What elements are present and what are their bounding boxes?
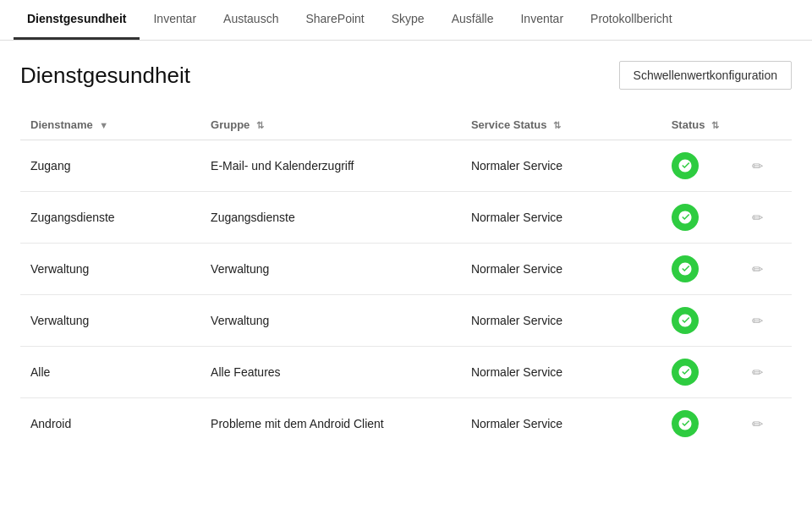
cell-gruppe: Zugangsdienste xyxy=(200,192,461,244)
col-header-dienstname[interactable]: Dienstname ▼ xyxy=(20,110,200,140)
nav-tab-inventar[interactable]: Inventar xyxy=(507,0,577,40)
col-header-action xyxy=(742,110,792,140)
status-green-icon xyxy=(672,204,699,231)
page-header: Dienstgesundheit Schwellenwertkonfigurat… xyxy=(20,61,792,90)
col-header-gruppe[interactable]: Gruppe ⇅ xyxy=(200,110,461,140)
cell-status-icon xyxy=(661,140,742,192)
edit-icon[interactable]: ✏ xyxy=(752,211,763,225)
col-header-service-status[interactable]: Service Status ⇅ xyxy=(461,110,661,140)
edit-icon[interactable]: ✏ xyxy=(752,314,763,328)
cell-dienstname: Alle xyxy=(20,347,200,398)
status-green-icon xyxy=(672,152,699,179)
status-green-icon xyxy=(672,410,699,437)
cell-dienstname: Zugangsdienste xyxy=(20,192,200,244)
status-green-icon xyxy=(672,359,699,386)
cell-gruppe: Verwaltung xyxy=(200,244,461,295)
cell-service-status: Normaler Service xyxy=(461,244,661,295)
sort-icon-service-status: ⇅ xyxy=(553,120,561,131)
nav-tab-sharepoint[interactable]: SharePoint xyxy=(292,0,377,40)
table-row: VerwaltungVerwaltungNormaler Service ✏ xyxy=(20,244,792,295)
cell-service-status: Normaler Service xyxy=(461,295,661,347)
table-row: AndroidProbleme mit dem Android ClientNo… xyxy=(20,398,792,450)
sort-icon-gruppe: ⇅ xyxy=(256,120,264,131)
page-title: Dienstgesundheit xyxy=(20,63,190,89)
cell-edit-action[interactable]: ✏ xyxy=(742,347,792,398)
cell-status-icon xyxy=(661,295,742,347)
status-green-icon xyxy=(672,307,699,334)
sort-icon-status: ⇅ xyxy=(711,120,719,131)
cell-status-icon xyxy=(661,347,742,398)
status-green-icon xyxy=(672,255,699,282)
cell-service-status: Normaler Service xyxy=(461,398,661,450)
cell-dienstname: Zugang xyxy=(20,140,200,192)
nav-tab-dienstgesundheit[interactable]: Dienstgesundheit xyxy=(14,0,140,40)
cell-service-status: Normaler Service xyxy=(461,140,661,192)
cell-edit-action[interactable]: ✏ xyxy=(742,140,792,192)
table-row: ZugangE-Mail- und KalenderzugriffNormale… xyxy=(20,140,792,192)
cell-service-status: Normaler Service xyxy=(461,347,661,398)
edit-icon[interactable]: ✏ xyxy=(752,262,763,277)
cell-status-icon xyxy=(661,244,742,295)
cell-gruppe: Alle Features xyxy=(200,347,461,398)
cell-dienstname: Verwaltung xyxy=(20,295,200,347)
sort-icon-dienstname: ▼ xyxy=(99,120,108,130)
table-row: VerwaltungVerwaltungNormaler Service ✏ xyxy=(20,295,792,347)
edit-icon[interactable]: ✏ xyxy=(752,159,763,173)
cell-dienstname: Verwaltung xyxy=(20,244,200,295)
page-content: Dienstgesundheit Schwellenwertkonfigurat… xyxy=(0,41,812,449)
cell-status-icon xyxy=(661,192,742,244)
edit-icon[interactable]: ✏ xyxy=(752,365,763,380)
data-table: Dienstname ▼ Gruppe ⇅ Service Status ⇅ S… xyxy=(20,110,792,449)
col-header-status[interactable]: Status ⇅ xyxy=(661,110,742,140)
cell-edit-action[interactable]: ✏ xyxy=(742,398,792,450)
table-row: ZugangsdiensteZugangsdiensteNormaler Ser… xyxy=(20,192,792,244)
threshold-button[interactable]: Schwellenwertkonfiguration xyxy=(619,61,792,90)
cell-edit-action[interactable]: ✏ xyxy=(742,295,792,347)
table-body: ZugangE-Mail- und KalenderzugriffNormale… xyxy=(20,140,792,450)
nav-tab-inventar[interactable]: Inventar xyxy=(140,0,210,40)
nav-tab-austausch[interactable]: Austausch xyxy=(210,0,292,40)
cell-dienstname: Android xyxy=(20,398,200,450)
nav-tab-protokollbericht[interactable]: Protokollbericht xyxy=(577,0,686,40)
table-row: AlleAlle FeaturesNormaler Service ✏ xyxy=(20,347,792,398)
nav-tab-ausfälle[interactable]: Ausfälle xyxy=(438,0,508,40)
cell-gruppe: Probleme mit dem Android Client xyxy=(200,398,461,450)
cell-edit-action[interactable]: ✏ xyxy=(742,244,792,295)
nav-bar: DienstgesundheitInventarAustauschSharePo… xyxy=(0,0,812,41)
cell-gruppe: Verwaltung xyxy=(200,295,461,347)
nav-tab-skype[interactable]: Skype xyxy=(378,0,438,40)
cell-service-status: Normaler Service xyxy=(461,192,661,244)
cell-gruppe: E-Mail- und Kalenderzugriff xyxy=(200,140,461,192)
cell-edit-action[interactable]: ✏ xyxy=(742,192,792,244)
cell-status-icon xyxy=(661,398,742,450)
table-header: Dienstname ▼ Gruppe ⇅ Service Status ⇅ S… xyxy=(20,110,792,140)
edit-icon[interactable]: ✏ xyxy=(752,417,763,431)
